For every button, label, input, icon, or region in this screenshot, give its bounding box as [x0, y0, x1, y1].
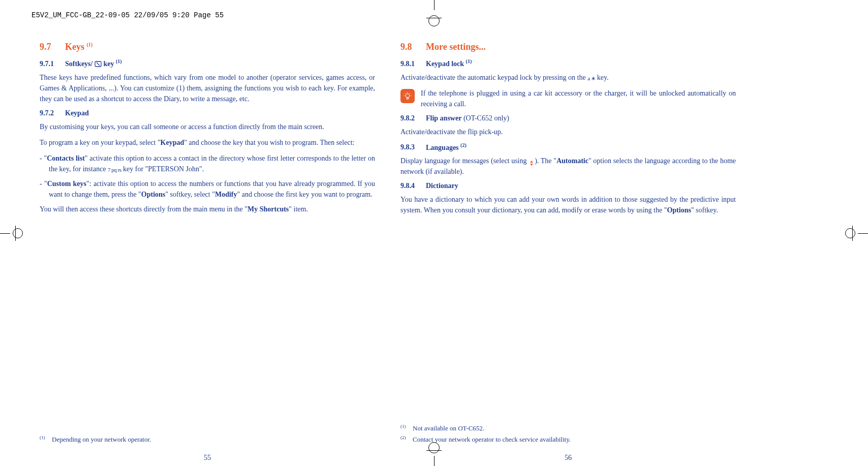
- heading-9-8-4: 9.8.4Dictionary: [400, 182, 736, 190]
- subheading-superscript: (1): [466, 58, 472, 64]
- paragraph-9-7-1: These keys have predefined functions, wh…: [40, 72, 375, 104]
- paragraph-9-8-1: Activate/deactivate the automatic keypad…: [400, 72, 736, 83]
- heading-9-7-2: 9.7.2Keypad: [40, 109, 375, 117]
- print-header: E5V2_UM_FCC-GB_22-09-05 22/09/05 9:20 Pa…: [32, 11, 224, 19]
- svg-line-4: [405, 93, 406, 94]
- paragraph-9-8-4: You have a dictionary to which you can a…: [400, 194, 736, 215]
- nav-up-down-icon: [529, 159, 535, 165]
- footnote-1: (1)Not available on OT-C652.: [400, 424, 736, 432]
- svg-line-5: [410, 93, 411, 94]
- subheading-number: 9.8.3: [400, 143, 426, 151]
- crop-mark-top-line: [426, 18, 442, 18]
- heading-number: 9.7: [40, 42, 65, 52]
- footnotes-page-55: (1)Depending on your network operator.: [40, 435, 375, 446]
- subheading-title: Keypad lock: [426, 60, 464, 68]
- list-item-contacts: - "Contacts list" activate this option t…: [40, 153, 375, 174]
- tip-icon: [400, 89, 415, 103]
- heading-title: Keys: [65, 42, 84, 52]
- subheading-number: 9.8.4: [400, 182, 426, 190]
- subheading-note: (OT-C652 only): [461, 114, 509, 122]
- subheading-title: Keypad: [65, 109, 89, 117]
- info-text: If the telephone is plugged in using a c…: [421, 88, 736, 109]
- subheading-superscript: (2): [460, 142, 467, 148]
- list-item-custom-keys: - "Custom keys": activate this option to…: [40, 178, 375, 200]
- subheading-title: Languages: [426, 143, 459, 151]
- heading-9-8-2: 9.8.2Flip answer (OT-C652 only): [400, 114, 736, 122]
- paragraph-9-8-3: Display language for messages (select us…: [400, 156, 736, 177]
- subheading-number: 9.7.1: [40, 60, 65, 68]
- heading-9-7: 9.7Keys (1): [40, 42, 375, 52]
- heading-9-8-3: 9.8.3Languages (2): [400, 142, 736, 152]
- heading-title: More settings...: [426, 42, 486, 52]
- page-number-55: 55: [40, 454, 375, 462]
- page-55: 9.7Keys (1) 9.7.1Softkeys/ key (1) These…: [40, 42, 375, 220]
- heading-number: 9.8: [400, 42, 426, 52]
- paragraph-9-7-2c: You will then access these shortcuts dir…: [40, 204, 375, 214]
- heading-9-7-1: 9.7.1Softkeys/ key (1): [40, 58, 375, 68]
- subheading-number: 9.8.2: [400, 114, 426, 122]
- subheading-key-suffix: key: [103, 60, 114, 68]
- svg-rect-6: [407, 98, 409, 99]
- info-callout: If the telephone is plugged in using a c…: [400, 88, 736, 109]
- page-56: 9.8More settings... 9.8.1Keypad lock (1)…: [400, 42, 736, 221]
- subheading-title: Softkeys/: [65, 60, 92, 68]
- subheading-number: 9.8.1: [400, 60, 426, 68]
- subheading-title: Dictionary: [426, 182, 458, 190]
- crop-mark-bottom-line: [426, 450, 442, 451]
- svg-point-0: [406, 94, 410, 98]
- paragraph-9-7-2a: By customising your keys, you can call s…: [40, 121, 375, 132]
- key-7-icon: 7 pq rs: [108, 166, 121, 172]
- paragraph-9-8-2: Activate/deactivate the flip pick-up.: [400, 127, 736, 137]
- subheading-superscript: (1): [116, 58, 122, 64]
- crop-mark-top: [419, 0, 449, 20]
- paragraph-9-7-2b: To program a key on your keypad, select …: [40, 137, 375, 148]
- key-asterisk-icon: a ∗: [587, 75, 595, 81]
- heading-9-8-1: 9.8.1Keypad lock (1): [400, 58, 736, 68]
- footnote-2: (2)Contact your network operator to chec…: [400, 435, 736, 444]
- subheading-title: Flip answer: [426, 114, 461, 122]
- softkey-icon: [95, 61, 102, 67]
- heading-superscript: (1): [87, 42, 93, 47]
- subheading-number: 9.7.2: [40, 109, 65, 117]
- heading-9-8: 9.8More settings...: [400, 42, 736, 52]
- footnote-1: (1)Depending on your network operator.: [40, 435, 375, 444]
- page-number-56: 56: [400, 454, 736, 462]
- footnotes-page-56: (1)Not available on OT-C652. (2)Contact …: [400, 424, 736, 446]
